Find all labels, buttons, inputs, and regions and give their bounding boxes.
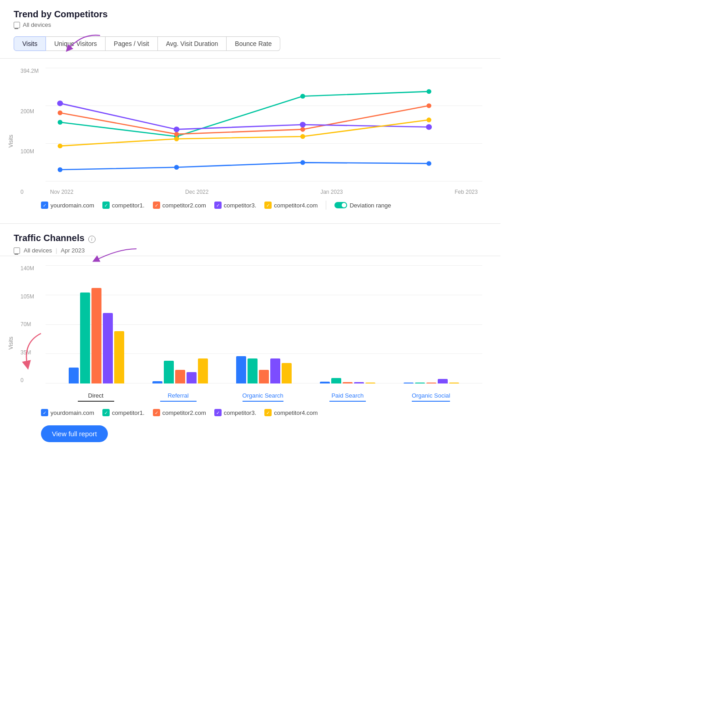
bar-legend-c4: ✓ competitor4.com [264, 409, 318, 416]
bar-x-labels: Direct Referral Organic Search Paid Sear… [46, 392, 482, 402]
bar-paid-c4 [365, 383, 375, 383]
bar-direct-c1 [80, 293, 90, 383]
bar-yourdomain-check: ✓ [41, 409, 48, 416]
line-chart-svg [46, 68, 482, 182]
traffic-channels-section: Traffic Channels i All devices | Apr 202… [14, 223, 487, 442]
bar-group-referral [152, 358, 208, 383]
svg-point-6 [300, 94, 305, 98]
trend-devices: All devices [14, 21, 487, 28]
traffic-devices-icon [14, 247, 20, 254]
tab-avg-duration[interactable]: Avg. Visit Duration [158, 36, 227, 51]
bar-organic-c2 [259, 370, 269, 383]
bar-organic-c4 [282, 363, 292, 383]
bar-social-yourdomain [404, 383, 414, 383]
x-label-organic-search[interactable]: Organic Search [243, 392, 283, 402]
bar-referral-c1 [164, 361, 174, 383]
bar-chart-legend: ✓ yourdomain.com ✓ competitor1. ✓ compet… [14, 409, 487, 416]
bar-direct-yourdomain [69, 368, 79, 383]
paid-bars [320, 378, 375, 383]
direct-bars [69, 288, 124, 383]
bar-organic-yourdomain [236, 356, 246, 383]
svg-point-0 [58, 167, 63, 172]
bar-direct-c4 [114, 331, 124, 383]
bar-group-paid [320, 378, 375, 383]
svg-point-15 [426, 124, 432, 130]
svg-point-18 [300, 134, 305, 139]
line-chart-legend: ✓ yourdomain.com ✓ competitor1. ✓ compet… [14, 201, 487, 210]
competitor4-check: ✓ [264, 202, 272, 209]
tab-pages-visit[interactable]: Pages / Visit [106, 36, 158, 51]
line-chart-container: Visits 394.2M 200M 100M 0 [18, 68, 487, 195]
bar-legend-c3: ✓ competitor3. [214, 409, 257, 416]
trend-tabs: Visits Unique Visitors Pages / Visit Avg… [14, 36, 487, 51]
bar-referral-yourdomain [152, 381, 162, 383]
legend-yourdomain: ✓ yourdomain.com [41, 202, 94, 209]
svg-point-1 [174, 165, 179, 170]
bar-social-c3 [438, 379, 448, 383]
svg-point-10 [300, 127, 305, 131]
traffic-sub: All devices | Apr 2023 [14, 247, 487, 254]
bar-organic-c1 [248, 358, 258, 383]
bar-referral-c4 [198, 358, 208, 383]
bar-y-labels: 140M 105M 70M 35M 0 [20, 265, 34, 383]
bar-organic-c3 [270, 358, 280, 383]
bar-direct-c2 [91, 288, 101, 383]
traffic-header: Traffic Channels i All devices | Apr 202… [14, 233, 487, 254]
trend-section: Trend by Competitors All devices Visits … [14, 9, 487, 210]
x-label-referral[interactable]: Referral [160, 392, 197, 402]
svg-point-17 [174, 136, 179, 141]
divider2 [0, 223, 500, 224]
traffic-title: Traffic Channels [14, 233, 85, 243]
svg-point-3 [426, 161, 431, 166]
bar-y-label: Visits [8, 337, 14, 349]
view-report-button[interactable]: View full report [41, 425, 108, 442]
divider3 [0, 256, 500, 256]
competitor1-check: ✓ [102, 202, 110, 209]
bar-legend-c2: ✓ competitor2.com [153, 409, 206, 416]
svg-point-4 [58, 120, 63, 125]
svg-point-13 [174, 126, 180, 132]
svg-point-7 [426, 89, 431, 94]
bar-chart-container: Visits 140M 105M 70M 35M 0 [18, 265, 487, 402]
svg-point-16 [58, 144, 63, 148]
line-y-label: Visits [8, 135, 14, 147]
bar-paid-c1 [331, 378, 341, 383]
bar-referral-c3 [187, 372, 197, 383]
tab-visits[interactable]: Visits [14, 36, 46, 51]
svg-point-11 [426, 103, 431, 108]
bar-chart-area: 140M 105M 70M 35M 0 [46, 265, 482, 402]
organic-bars [236, 356, 292, 383]
x-label-organic-social[interactable]: Organic Social [412, 392, 450, 402]
tab-bounce-rate[interactable]: Bounce Rate [227, 36, 280, 51]
svg-point-12 [57, 101, 63, 106]
referral-bars [152, 358, 208, 383]
competitor2-check: ✓ [153, 202, 160, 209]
svg-point-8 [58, 111, 63, 115]
bar-group-organic [236, 356, 292, 383]
social-bars [404, 379, 459, 383]
bar-social-c1 [415, 383, 425, 383]
deviation-toggle[interactable] [334, 202, 347, 208]
bar-paid-c3 [354, 382, 364, 383]
bar-social-c4 [449, 383, 459, 383]
bars-wrapper [46, 265, 482, 383]
bar-group-direct [69, 288, 124, 383]
svg-point-14 [300, 122, 306, 128]
x-axis-labels: Nov 2022 Dec 2022 Jan 2023 Feb 2023 [46, 189, 482, 195]
bar-group-social [404, 379, 459, 383]
devices-icon [14, 22, 20, 28]
trend-title: Trend by Competitors [14, 9, 487, 20]
traffic-title-row: Traffic Channels i [14, 233, 487, 245]
competitor3-check: ✓ [214, 202, 222, 209]
tab-unique-visitors[interactable]: Unique Visitors [46, 36, 106, 51]
yourdomain-check: ✓ [41, 202, 48, 209]
legend-competitor2: ✓ competitor2.com [153, 202, 206, 209]
legend-deviation: Deviation range [334, 202, 391, 209]
legend-competitor3: ✓ competitor3. [214, 202, 257, 209]
svg-point-2 [300, 160, 305, 165]
line-chart-area: 394.2M 200M 100M 0 [46, 68, 482, 195]
svg-point-19 [426, 117, 431, 122]
x-label-paid-search[interactable]: Paid Search [329, 392, 366, 402]
bar-legend-yourdomain: ✓ yourdomain.com [41, 409, 94, 416]
legend-competitor4: ✓ competitor4.com [264, 202, 318, 209]
